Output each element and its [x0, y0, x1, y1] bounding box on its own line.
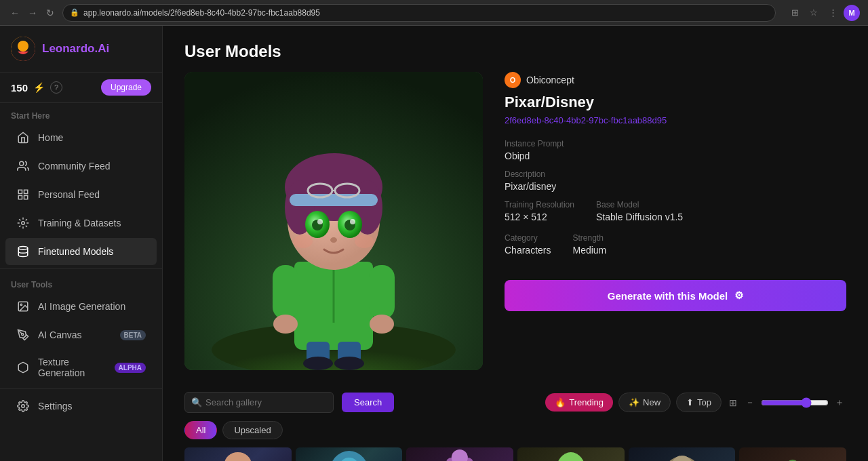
lock-icon: 🔒	[70, 8, 79, 17]
new-icon: ✨	[629, 397, 639, 407]
sidebar-item-settings[interactable]: Settings	[5, 393, 157, 420]
svg-rect-3	[18, 190, 22, 193]
start-here-label: Start Here	[0, 103, 162, 123]
filter-all-button[interactable]: All	[184, 421, 217, 439]
training-res-label: Training Resolution	[505, 200, 574, 209]
forward-button[interactable]: →	[26, 6, 39, 20]
svg-rect-19	[369, 265, 395, 319]
generate-button[interactable]: Generate with this Model ⚙	[505, 280, 846, 311]
logo-avatar	[11, 37, 35, 61]
profile-avatar[interactable]: M	[844, 5, 860, 21]
generate-icon: ⚙	[734, 289, 743, 302]
category: Category Characters	[505, 233, 551, 256]
settings-icon	[16, 399, 30, 413]
refresh-button[interactable]: ↻	[43, 6, 57, 20]
filter-pills: All Upscaled	[184, 421, 846, 439]
menu-dots-button[interactable]: ⋮	[825, 5, 841, 21]
filter-upscaled-button[interactable]: Upscaled	[222, 421, 282, 439]
browser-chrome: ← → ↻ 🔒 app.leonardo.ai/models/2f6ed8eb-…	[0, 0, 868, 26]
community-icon	[16, 159, 30, 173]
training-icon	[16, 216, 30, 230]
svg-rect-4	[24, 190, 28, 193]
sidebar-item-ai-canvas[interactable]: AI Canvas BETA	[5, 321, 157, 348]
svg-rect-5	[18, 196, 22, 199]
svg-point-2	[20, 161, 24, 165]
image-icon	[16, 300, 30, 313]
star-button[interactable]: ☆	[806, 5, 822, 21]
base-model-label: Base Model	[596, 200, 683, 209]
category-value: Characters	[505, 245, 551, 256]
svg-point-42	[303, 357, 333, 370]
base-model: Base Model Stable Diffusion v1.5	[596, 200, 683, 222]
extensions-button[interactable]: ⊞	[787, 5, 803, 21]
gallery-thumb[interactable]	[296, 447, 403, 461]
sidebar-item-ai-image[interactable]: AI Image Generation	[5, 293, 157, 320]
svg-point-11	[22, 334, 24, 336]
zoom-out-button[interactable]: －	[743, 395, 757, 411]
sidebar: Leonardo.Ai 150 ⚡ ? Upgrade Start Here H…	[0, 26, 163, 461]
sidebar-item-home[interactable]: Home	[5, 124, 157, 151]
user-tools-label: User Tools	[0, 272, 162, 292]
model-detail-row-2: Category Characters Strength Medium	[505, 233, 846, 256]
grid-view-button[interactable]: ⊞	[727, 395, 739, 410]
svg-point-49	[452, 449, 468, 461]
sidebar-credits: 150 ⚡ ? Upgrade	[0, 73, 162, 103]
model-image-container	[184, 72, 483, 370]
search-button[interactable]: Search	[342, 393, 394, 412]
sidebar-item-community-feed[interactable]: Community Feed	[5, 153, 157, 180]
trending-button[interactable]: 🔥 Trending	[545, 393, 613, 412]
strength-label: Strength	[572, 233, 606, 243]
model-instance-prompt: Instance Prompt Obipd	[505, 139, 846, 161]
models-icon	[16, 245, 30, 258]
sidebar-item-home-label: Home	[38, 132, 63, 143]
sidebar-item-training-label: Training & Datasets	[38, 218, 121, 228]
credits-help-button[interactable]: ?	[50, 81, 62, 94]
svg-point-20	[273, 315, 298, 334]
gallery-thumb[interactable]	[406, 447, 513, 461]
search-wrapper: 🔍	[184, 392, 334, 413]
svg-rect-6	[24, 196, 28, 199]
home-icon	[16, 131, 30, 144]
top-label: Top	[697, 397, 711, 407]
svg-point-39	[355, 235, 374, 248]
gallery-filter-right: 🔥 Trending ✨ New ⬆ Top ⊞ －	[545, 393, 846, 412]
model-author: O Obiconcept	[505, 72, 846, 88]
app-container: Leonardo.Ai 150 ⚡ ? Upgrade Start Here H…	[0, 26, 868, 461]
gallery-thumb[interactable]	[739, 447, 846, 461]
svg-point-1	[18, 41, 28, 52]
sidebar-item-texture[interactable]: Texture Generation ALPHA	[5, 350, 157, 385]
model-info-panel: O Obiconcept Pixar/Disney 2f6ed8eb-8c40-…	[505, 72, 846, 370]
sidebar-logo: Leonardo.Ai	[0, 26, 162, 73]
zoom-in-button[interactable]: ＋	[833, 395, 846, 411]
svg-point-38	[294, 235, 313, 248]
sidebar-item-ai-image-label: AI Image Generation	[38, 301, 125, 312]
back-button[interactable]: ←	[8, 6, 22, 20]
upgrade-button[interactable]: Upgrade	[101, 79, 151, 96]
sidebar-item-training[interactable]: Training & Datasets	[5, 209, 157, 237]
sidebar-item-finetuned[interactable]: Finetuned Models	[5, 238, 157, 265]
gallery-thumb[interactable]	[629, 447, 736, 461]
personal-icon	[16, 188, 30, 201]
size-slider-wrapper	[761, 397, 829, 408]
new-button[interactable]: ✨ New	[618, 393, 671, 412]
trending-icon: 🔥	[555, 397, 566, 407]
page-header: User Models	[163, 26, 868, 72]
browser-action-buttons: ⊞ ☆ ⋮ M	[787, 5, 860, 21]
gallery-thumb[interactable]	[517, 447, 625, 461]
training-resolution: Training Resolution 512 × 512	[505, 200, 574, 222]
texture-icon	[16, 361, 30, 374]
credits-amount: 150	[11, 82, 28, 94]
search-input[interactable]	[184, 392, 334, 413]
author-name: Obiconcept	[526, 75, 574, 85]
category-label: Category	[505, 233, 551, 243]
gallery-thumb[interactable]	[184, 447, 292, 461]
address-bar[interactable]: 🔒 app.leonardo.ai/models/2f6ed8eb-8c40-4…	[62, 4, 776, 22]
top-button[interactable]: ⬆ Top	[676, 393, 722, 412]
sidebar-item-personal-feed[interactable]: Personal Feed	[5, 181, 157, 208]
canvas-icon	[16, 328, 30, 342]
model-image	[184, 72, 483, 370]
model-name: Pixar/Disney	[505, 94, 846, 111]
sidebar-item-finetuned-label: Finetuned Models	[38, 246, 113, 257]
model-detail-row-1: Training Resolution 512 × 512 Base Model…	[505, 200, 846, 222]
size-slider[interactable]	[761, 397, 829, 408]
